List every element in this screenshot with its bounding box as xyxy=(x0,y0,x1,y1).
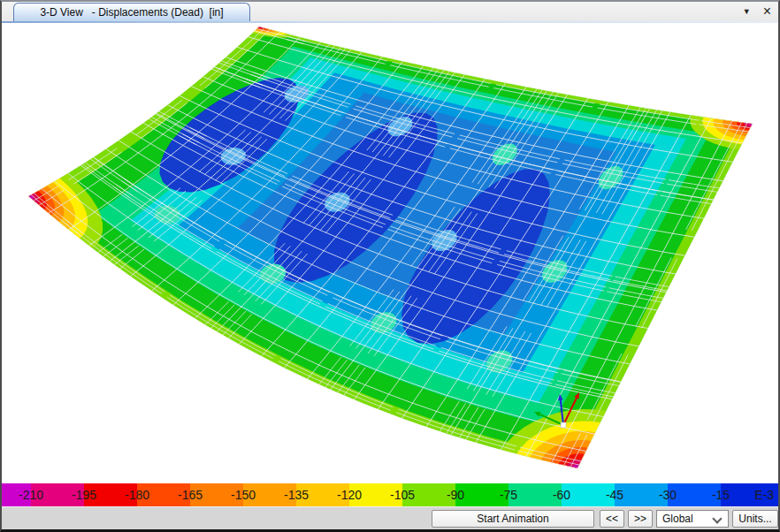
legend-block xyxy=(243,483,296,506)
legend-block xyxy=(349,483,402,506)
legend-block xyxy=(509,483,562,506)
deformed-shape-plot[interactable] xyxy=(2,23,778,480)
legend-block xyxy=(137,483,190,506)
coordinate-system-dropdown[interactable]: Global xyxy=(656,510,729,528)
legend-block xyxy=(2,483,31,506)
view-tab[interactable]: 3-D View - Displacements (Dead) [in] xyxy=(13,3,250,21)
legend-block xyxy=(190,483,243,506)
contour-legend: E-3 -210-195-180-165-150-135-120-105-90-… xyxy=(2,480,778,506)
units-button[interactable]: Units... xyxy=(732,510,778,528)
coordinate-system-value: Global xyxy=(662,513,693,525)
next-step-button[interactable]: >> xyxy=(628,510,653,528)
legend-block xyxy=(31,483,84,506)
previous-step-button[interactable]: << xyxy=(600,510,624,528)
titlebar: 3-D View - Displacements (Dead) [in] ▼ × xyxy=(2,2,778,21)
view-tab-title: 3-D View - Displacements (Dead) [in] xyxy=(40,6,223,19)
close-icon[interactable]: × xyxy=(763,4,771,19)
3d-view-area[interactable] xyxy=(2,23,778,480)
app-window: 3-D View - Displacements (Dead) [in] ▼ ×… xyxy=(0,0,780,532)
origin-node xyxy=(561,422,566,428)
chevron-down-icon xyxy=(712,513,722,523)
legend-block xyxy=(84,483,137,506)
legend-block xyxy=(721,483,778,506)
legend-block xyxy=(455,483,509,506)
statusbar: Start Animation << >> Global Units... xyxy=(2,506,778,529)
window-menu-icon[interactable]: ▼ xyxy=(743,7,751,16)
legend-strip xyxy=(2,483,778,506)
titlebar-controls: ▼ × xyxy=(743,2,771,21)
start-animation-button[interactable]: Start Animation xyxy=(432,510,594,528)
legend-block xyxy=(402,483,455,506)
legend-block xyxy=(615,483,668,506)
legend-block xyxy=(668,483,721,506)
legend-block xyxy=(562,483,615,506)
legend-block xyxy=(296,483,349,506)
